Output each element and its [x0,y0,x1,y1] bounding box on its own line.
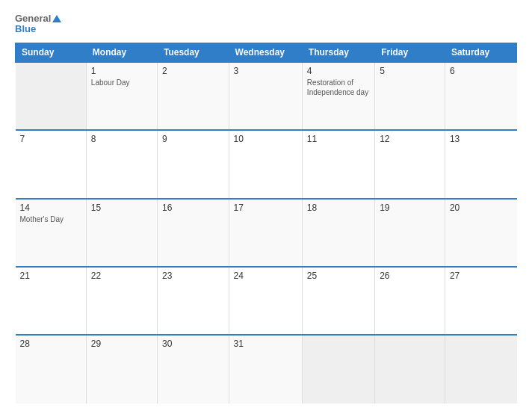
calendar-cell: 28 [16,335,87,404]
calendar-cell: 12 [375,130,445,198]
calendar-cell: 8 [86,130,157,198]
calendar-cell: 2 [158,62,229,130]
day-event: Labour Day [91,78,152,87]
day-number: 3 [234,66,297,76]
calendar-table: SundayMondayTuesdayWednesdayThursdayFrid… [15,43,517,404]
day-number: 8 [91,134,152,144]
calendar-cell: 29 [86,335,157,404]
calendar-cell: 22 [86,267,157,335]
calendar-cell: 16 [158,199,229,267]
logo-blue-text: Blue [15,24,61,34]
calendar-cell: 24 [229,267,302,335]
calendar-cell: 14Mother's Day [16,199,87,267]
day-number: 30 [162,339,224,349]
calendar-week-row: 1Labour Day234Restoration of Independenc… [16,62,517,130]
calendar-cell: 31 [229,335,302,404]
day-number: 20 [450,203,513,213]
calendar-cell: 30 [158,335,229,404]
calendar-cell: 20 [445,199,516,267]
weekday-header: Friday [375,43,445,62]
calendar-cell: 19 [375,199,445,267]
day-number: 16 [162,203,224,213]
day-number: 2 [162,66,224,76]
day-number: 17 [234,203,297,213]
calendar-week-row: 28293031 [16,335,517,404]
calendar-cell: 21 [16,267,87,335]
day-number: 12 [380,134,440,144]
logo-general-text: General [15,13,51,24]
weekday-header: Monday [86,43,157,62]
calendar-cell: 26 [375,267,445,335]
weekday-header: Wednesday [229,43,302,62]
day-number: 26 [380,271,440,281]
day-number: 19 [380,203,440,213]
day-event: Restoration of Independence day [307,78,370,97]
day-number: 10 [234,134,297,144]
calendar-cell: 7 [16,130,87,198]
calendar-cell: 4Restoration of Independence day [302,62,374,130]
calendar-cell [16,62,87,130]
calendar-week-row: 78910111213 [16,130,517,198]
calendar-cell: 11 [302,130,374,198]
calendar-cell: 1Labour Day [86,62,157,130]
calendar-cell [302,335,374,404]
day-number: 6 [450,66,513,76]
calendar-cell: 15 [86,199,157,267]
day-number: 24 [234,271,297,281]
weekday-header: Saturday [445,43,516,62]
day-number: 13 [450,134,513,144]
calendar-cell: 23 [158,267,229,335]
calendar-week-row: 14Mother's Day151617181920 [16,199,517,267]
calendar-cell: 10 [229,130,302,198]
day-number: 25 [307,271,370,281]
calendar-cell: 9 [158,130,229,198]
day-number: 29 [91,339,152,349]
calendar-cell: 3 [229,62,302,130]
day-number: 7 [20,134,81,144]
day-number: 9 [162,134,224,144]
day-number: 15 [91,203,152,213]
calendar-cell: 13 [445,130,516,198]
calendar-cell [445,335,516,404]
day-number: 18 [307,203,370,213]
calendar-cell: 18 [302,199,374,267]
calendar-cell: 25 [302,267,374,335]
calendar-cell [375,335,445,404]
day-number: 31 [234,339,297,349]
day-number: 22 [91,271,152,281]
calendar-cell: 27 [445,267,516,335]
day-number: 23 [162,271,224,281]
day-event: Mother's Day [20,214,81,224]
day-number: 11 [307,134,370,144]
logo-triangle-icon [52,15,61,22]
day-number: 28 [20,339,81,349]
calendar-page: General Blue SundayMondayTuesdayWednesda… [0,0,532,411]
weekday-header-row: SundayMondayTuesdayWednesdayThursdayFrid… [16,43,517,62]
calendar-week-row: 21222324252627 [16,267,517,335]
day-number: 21 [20,271,81,281]
day-number: 5 [380,66,440,76]
day-number: 1 [91,66,152,76]
header: General Blue [15,13,517,35]
calendar-cell: 5 [375,62,445,130]
calendar-cell: 17 [229,199,302,267]
weekday-header: Tuesday [158,43,229,62]
day-number: 4 [307,66,370,76]
logo: General Blue [15,13,61,35]
day-number: 14 [20,203,81,213]
weekday-header: Sunday [16,43,87,62]
weekday-header: Thursday [302,43,374,62]
day-number: 27 [450,271,513,281]
calendar-cell: 6 [445,62,516,130]
